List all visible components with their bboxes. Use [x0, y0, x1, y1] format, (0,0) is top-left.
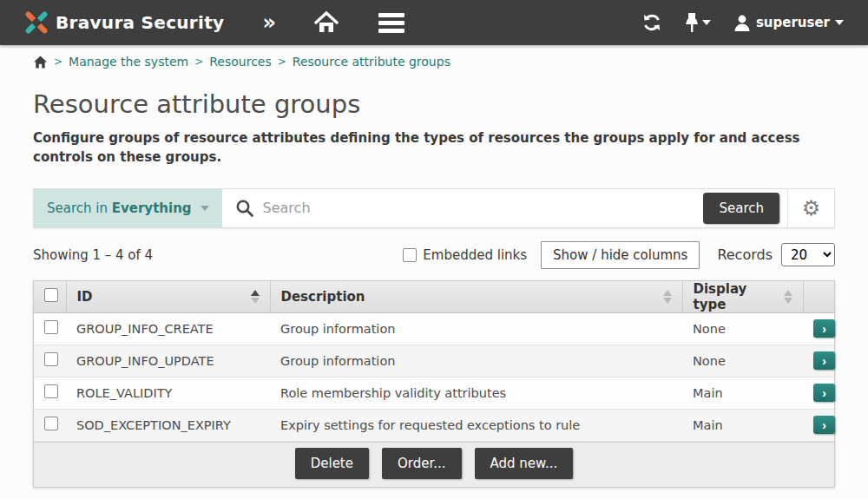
- cell-description: Group information: [270, 345, 682, 377]
- main-content: > Manage the system > Resources > Resour…: [0, 45, 868, 499]
- column-header-actions: [803, 281, 834, 313]
- page-description: Configure groups of resource attributes …: [33, 129, 814, 167]
- breadcrumb-link-resource-attribute-groups[interactable]: Resource attribute groups: [293, 55, 450, 69]
- open-row-button[interactable]: ›: [813, 351, 835, 370]
- cell-display-type: Main: [682, 409, 803, 441]
- open-row-button[interactable]: ›: [813, 384, 835, 402]
- sort-icon-description: [663, 290, 672, 304]
- showing-count: Showing 1 – 4 of 4: [33, 247, 153, 263]
- user-name: superuser: [756, 15, 830, 30]
- search-scope-dropdown[interactable]: Search in Everything: [34, 189, 222, 227]
- cell-display-type: None: [682, 312, 803, 345]
- select-all-header[interactable]: [34, 281, 66, 313]
- search-settings[interactable]: ⚙: [787, 189, 834, 227]
- embedded-links-toggle[interactable]: Embedded links: [403, 247, 527, 263]
- records-per-page-select[interactable]: 20: [781, 243, 835, 266]
- row-checkbox[interactable]: [44, 417, 58, 430]
- search-scope-prefix: Search in: [47, 200, 108, 216]
- sort-icon-display-type: [784, 290, 792, 304]
- cell-description: Role membership validity attributes: [270, 377, 682, 409]
- search-bar: Search in Everything Search ⚙: [33, 188, 835, 228]
- records-label: Records: [717, 246, 773, 263]
- breadcrumb-home-icon[interactable]: [33, 56, 48, 69]
- refresh-icon[interactable]: [641, 12, 662, 33]
- delete-button[interactable]: Delete: [295, 448, 369, 479]
- select-all-checkbox[interactable]: [44, 288, 58, 302]
- search-scope-value: Everything: [112, 200, 192, 216]
- cell-id: GROUP_INFO_CREATE: [66, 312, 270, 345]
- embedded-links-label: Embedded links: [423, 247, 527, 263]
- home-icon[interactable]: [314, 11, 339, 34]
- gear-icon: ⚙: [802, 198, 821, 219]
- row-checkbox[interactable]: [44, 384, 58, 398]
- cell-description: Expiry settings for requested exceptions…: [270, 409, 682, 441]
- breadcrumb: > Manage the system > Resources > Resour…: [33, 45, 835, 69]
- open-row-button[interactable]: ›: [813, 319, 835, 338]
- breadcrumb-separator: >: [54, 56, 62, 68]
- table-row: ROLE_VALIDITY Role membership validity a…: [34, 377, 834, 409]
- table-footer-actions: Delete Order... Add new...: [34, 442, 834, 487]
- table-row: SOD_EXCEPTION_EXPIRY Expiry settings for…: [34, 409, 834, 441]
- open-row-button[interactable]: ›: [813, 416, 835, 434]
- cell-id: ROLE_VALIDITY: [66, 377, 270, 409]
- add-new-button[interactable]: Add new...: [475, 448, 574, 479]
- show-hide-columns-button[interactable]: Show / hide columns: [541, 241, 700, 269]
- pin-menu[interactable]: [685, 12, 711, 33]
- page-title: Resource attribute groups: [33, 89, 835, 119]
- column-header-id[interactable]: ID: [66, 281, 270, 313]
- list-controls: Showing 1 – 4 of 4 Embedded links Show /…: [33, 241, 835, 269]
- column-header-description[interactable]: Description: [270, 281, 682, 313]
- search-button[interactable]: Search: [703, 193, 779, 224]
- embedded-links-checkbox[interactable]: [403, 248, 417, 262]
- cell-id: GROUP_INFO_UPDATE: [66, 345, 270, 377]
- row-checkbox[interactable]: [44, 352, 58, 366]
- top-navbar: Bravura Security »: [0, 0, 868, 45]
- breadcrumb-separator: >: [194, 56, 203, 68]
- cell-display-type: None: [682, 345, 803, 377]
- order-button[interactable]: Order...: [382, 448, 462, 479]
- cell-id: SOD_EXCEPTION_EXPIRY: [66, 409, 270, 441]
- row-checkbox[interactable]: [44, 320, 58, 334]
- column-header-display-type[interactable]: Display type: [682, 281, 803, 313]
- scope-caret-icon: [201, 206, 209, 211]
- hamburger-menu-icon[interactable]: [378, 13, 404, 33]
- brand[interactable]: Bravura Security: [24, 10, 224, 35]
- breadcrumb-separator: >: [278, 56, 286, 68]
- collapse-menu-icon[interactable]: »: [262, 12, 276, 33]
- user-icon: [733, 14, 751, 31]
- brand-logo-icon: [24, 10, 49, 35]
- table-row: GROUP_INFO_UPDATE Group information None…: [34, 345, 834, 377]
- user-menu[interactable]: superuser: [733, 14, 844, 31]
- breadcrumb-link-resources[interactable]: Resources: [209, 55, 272, 69]
- pin-caret-icon: [702, 20, 711, 25]
- brand-name: Bravura Security: [56, 12, 224, 33]
- pushpin-icon: [685, 12, 699, 33]
- search-input[interactable]: [263, 200, 704, 216]
- table-row: GROUP_INFO_CREATE Group information None…: [34, 312, 834, 345]
- cell-description: Group information: [270, 312, 682, 345]
- search-icon: [235, 199, 254, 218]
- resource-attribute-groups-table: ID Description Display type: [33, 280, 835, 488]
- cell-display-type: Main: [682, 377, 803, 409]
- sort-icon-id: [251, 290, 260, 304]
- breadcrumb-link-manage-system[interactable]: Manage the system: [69, 55, 188, 69]
- user-caret-icon: [835, 20, 844, 25]
